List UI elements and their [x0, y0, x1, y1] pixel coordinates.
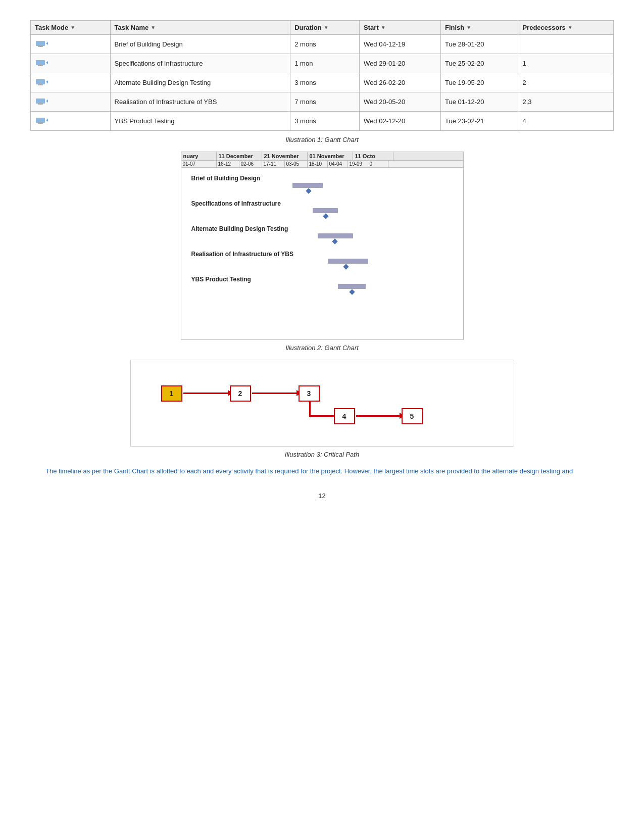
- task-mode-icon: [35, 39, 48, 48]
- cp-bend-h: [309, 415, 335, 417]
- predecessors-cell: 4: [518, 112, 614, 131]
- finish-cell: Tue 01-12-20: [440, 92, 518, 112]
- critical-path-diagram: 1 2 3 4 5: [130, 360, 514, 447]
- gantt2-task1-diamond: [306, 188, 311, 193]
- illustration1-caption: Illustration 1: Gantt Chart: [30, 136, 614, 143]
- gantt2-task1-label: Brief of Building Design: [191, 175, 261, 182]
- task-mode-cell: [31, 73, 111, 92]
- sort-arrow-taskname: ▼: [151, 25, 156, 30]
- svg-rect-5: [38, 65, 43, 66]
- gantt2-task2-diamond: [323, 213, 328, 219]
- table-row: YBS Product Testing3 monsWed 02-12-20Tue…: [31, 112, 614, 131]
- col-header-task-mode[interactable]: Task Mode ▼: [31, 21, 111, 35]
- svg-marker-4: [46, 61, 48, 64]
- task-mode-icon: [35, 116, 48, 125]
- gantt2-task4-diamond: [343, 264, 349, 269]
- task-mode-icon: [35, 77, 48, 86]
- predecessors-cell: [518, 35, 614, 54]
- svg-marker-13: [46, 119, 48, 122]
- gantt2-s-0404: 04-04: [328, 161, 348, 167]
- gantt2-s-0206: 02-06: [239, 161, 262, 167]
- col-header-start[interactable]: Start ▼: [360, 21, 441, 35]
- task-mode-cell: [31, 54, 111, 73]
- table-row: Specifications of Infrastructure1 monWed…: [31, 54, 614, 73]
- start-cell: Wed 29-01-20: [360, 54, 441, 73]
- svg-rect-11: [38, 103, 43, 105]
- task-name-cell: Specifications of Infrastructure: [110, 54, 290, 73]
- duration-cell: 3 mons: [290, 112, 360, 131]
- gantt2-task1-bar: [292, 183, 323, 188]
- cp-node-1: 1: [161, 385, 182, 402]
- col-header-task-name[interactable]: Task Name ▼: [110, 21, 290, 35]
- cp-arrow-2-3: [252, 393, 298, 394]
- cp-node-5: 5: [402, 408, 423, 424]
- gantt2-task5-label: YBS Product Testing: [191, 276, 251, 283]
- task-mode-icon: [35, 96, 48, 106]
- gantt2-task4-label: Realisation of Infrastructure of YBS: [191, 251, 293, 258]
- cp-arrow-4-5: [356, 415, 401, 417]
- gantt2-s-1612: 16-12: [217, 161, 239, 167]
- svg-rect-3: [36, 60, 45, 65]
- table-row: Brief of Building Design2 monsWed 04-12-…: [31, 35, 614, 54]
- cp-bend-v: [309, 402, 311, 417]
- svg-rect-12: [36, 118, 45, 123]
- gantt2-h-11dec: 11 December: [217, 152, 262, 160]
- predecessors-cell: 2,3: [518, 92, 614, 112]
- finish-cell: Tue 28-01-20: [440, 35, 518, 54]
- cp-arrow-1-2: [183, 393, 229, 394]
- sort-arrow-taskmode: ▼: [70, 25, 75, 30]
- gantt2-h-21nov: 21 November: [262, 152, 308, 160]
- predecessors-cell: 1: [518, 54, 614, 73]
- table-row: Realisation of Infrastructure of YBS7 mo…: [31, 92, 614, 112]
- svg-rect-0: [36, 41, 45, 46]
- cp-node-2: 2: [230, 385, 251, 402]
- finish-cell: Tue 19-05-20: [440, 73, 518, 92]
- gantt2-s-0107: 01-07: [181, 161, 217, 167]
- gantt-chart-visual: nuary 11 December 21 November 01 Novembe…: [181, 152, 464, 340]
- gantt2-h-nuary: nuary: [181, 152, 217, 160]
- duration-cell: 1 mon: [290, 54, 360, 73]
- cp-node-3: 3: [299, 385, 320, 402]
- col-header-finish[interactable]: Finish ▼: [440, 21, 518, 35]
- task-name-cell: Realisation of Infrastructure of YBS: [110, 92, 290, 112]
- illustration3-caption: Illustration 3: Critical Path: [30, 451, 614, 458]
- svg-marker-7: [46, 80, 48, 83]
- task-mode-cell: [31, 35, 111, 54]
- cp-diagram-inner: 1 2 3 4 5: [151, 375, 494, 426]
- duration-cell: 7 mons: [290, 92, 360, 112]
- task-name-cell: Brief of Building Design: [110, 35, 290, 54]
- start-cell: Wed 26-02-20: [360, 73, 441, 92]
- col-header-duration[interactable]: Duration ▼: [290, 21, 360, 35]
- gantt2-task5-diamond: [349, 289, 355, 295]
- gantt2-s-0305: 03-05: [285, 161, 308, 167]
- task-mode-cell: [31, 92, 111, 112]
- sort-arrow-finish: ▼: [466, 25, 471, 30]
- svg-marker-1: [46, 42, 48, 45]
- gantt2-header-row2: 01-07 16-12 02-06 17-11 03-05 18-10 04-0…: [181, 161, 463, 168]
- duration-cell: 3 mons: [290, 73, 360, 92]
- col-header-predecessors[interactable]: Predecessors ▼: [518, 21, 614, 35]
- finish-cell: Tue 23-02-21: [440, 112, 518, 131]
- gantt-table: Task Mode ▼ Task Name ▼ Duration ▼ Start: [30, 20, 614, 131]
- gantt2-s-rest: 0: [368, 161, 388, 167]
- gantt2-s-1810: 18-10: [308, 161, 328, 167]
- gantt2-s-1711: 17-11: [262, 161, 285, 167]
- svg-rect-8: [38, 84, 43, 85]
- gantt2-body: Brief of Building Design Specifications …: [181, 168, 463, 339]
- gantt2-task5-bar: [338, 284, 366, 289]
- start-cell: Wed 04-12-19: [360, 35, 441, 54]
- task-mode-cell: [31, 112, 111, 131]
- sort-arrow-predecessors: ▼: [568, 25, 573, 30]
- task-name-cell: YBS Product Testing: [110, 112, 290, 131]
- task-mode-icon: [35, 58, 48, 67]
- gantt2-task2-bar: [313, 208, 338, 213]
- gantt2-task4-bar: [328, 259, 368, 264]
- sort-arrow-start: ▼: [381, 25, 386, 30]
- finish-cell: Tue 25-02-20: [440, 54, 518, 73]
- cp-node-4: 4: [334, 408, 355, 424]
- svg-rect-2: [38, 45, 43, 47]
- svg-rect-9: [36, 99, 45, 104]
- gantt2-h-01nov: 01 November: [308, 152, 353, 160]
- gantt2-header-row1: nuary 11 December 21 November 01 Novembe…: [181, 152, 463, 161]
- predecessors-cell: 2: [518, 73, 614, 92]
